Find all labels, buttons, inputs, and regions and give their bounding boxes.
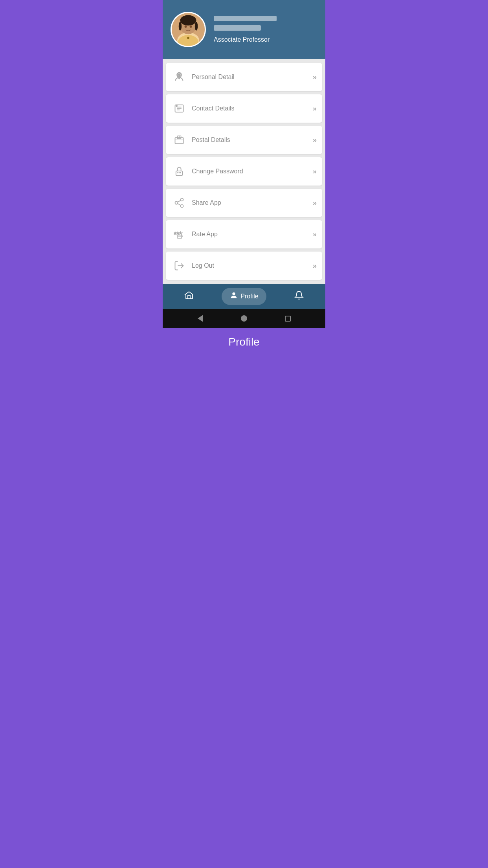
- outer-wrapper: Associate Professor Personal Detail: [163, 0, 325, 358]
- user-name-line1: [214, 16, 277, 21]
- nav-home[interactable]: [176, 287, 202, 305]
- change-password-chevron: »: [313, 167, 316, 176]
- contact-icon: [172, 101, 186, 116]
- avatar: [171, 12, 206, 47]
- nav-notification[interactable]: [286, 287, 312, 305]
- share-app-chevron: »: [313, 199, 316, 207]
- menu-item-personal-detail[interactable]: Personal Detail »: [166, 63, 322, 91]
- svg-point-29: [181, 205, 183, 208]
- postal-details-chevron: »: [313, 136, 316, 144]
- home-button[interactable]: [240, 315, 248, 322]
- svg-text:★: ★: [179, 232, 182, 235]
- menu-item-change-password[interactable]: Change Password »: [166, 157, 322, 186]
- rate-icon: ★ ★ ★: [172, 227, 186, 241]
- svg-text:★: ★: [176, 232, 179, 235]
- postal-icon: [172, 133, 186, 147]
- profile-nav-icon: [229, 291, 238, 302]
- user-name-line2: [214, 25, 261, 31]
- person-detail-icon: [172, 70, 186, 84]
- log-out-chevron: »: [313, 262, 316, 270]
- recents-button[interactable]: [284, 315, 291, 322]
- share-app-label: Share App: [192, 199, 313, 206]
- svg-point-18: [176, 106, 177, 106]
- android-nav-bar: [163, 309, 325, 328]
- profile-info: Associate Professor: [214, 16, 277, 43]
- svg-point-4: [180, 15, 196, 26]
- home-icon: [184, 291, 194, 302]
- log-out-label: Log Out: [192, 262, 313, 269]
- svg-point-37: [233, 292, 235, 295]
- logout-icon: [172, 259, 186, 273]
- profile-nav-label: Profile: [240, 293, 258, 300]
- rate-app-chevron: »: [313, 230, 316, 239]
- svg-point-8: [190, 25, 192, 28]
- personal-detail-chevron: »: [313, 73, 316, 81]
- svg-point-7: [185, 25, 187, 28]
- svg-line-30: [178, 204, 181, 206]
- page-title-label: Profile: [163, 328, 325, 358]
- svg-point-9: [187, 37, 189, 39]
- svg-point-6: [195, 22, 198, 30]
- svg-text:★: ★: [174, 232, 176, 235]
- profile-header: Associate Professor: [163, 0, 325, 59]
- phone-frame: Associate Professor Personal Detail: [163, 0, 325, 328]
- user-title: Associate Professor: [214, 36, 277, 43]
- personal-detail-label: Personal Detail: [192, 74, 313, 81]
- contact-details-label: Contact Details: [192, 105, 313, 112]
- content-area: Personal Detail » Contact Details »: [163, 59, 325, 284]
- bottom-navigation: Profile: [163, 284, 325, 309]
- avatar-image: [172, 12, 205, 47]
- menu-item-rate-app[interactable]: ★ ★ ★ Rate App »: [166, 220, 322, 248]
- menu-item-share-app[interactable]: Share App »: [166, 189, 322, 217]
- menu-item-contact-details[interactable]: Contact Details »: [166, 94, 322, 123]
- rate-app-label: Rate App: [192, 231, 313, 238]
- svg-line-31: [178, 200, 181, 202]
- back-button[interactable]: [197, 315, 204, 322]
- svg-point-5: [179, 22, 182, 30]
- postal-details-label: Postal Details: [192, 136, 313, 143]
- share-icon: [172, 196, 186, 210]
- bell-icon: [294, 291, 304, 302]
- password-icon: [172, 164, 186, 178]
- nav-profile[interactable]: Profile: [222, 288, 266, 305]
- contact-details-chevron: »: [313, 105, 316, 113]
- svg-point-28: [175, 202, 178, 204]
- menu-item-log-out[interactable]: Log Out »: [166, 252, 322, 280]
- change-password-label: Change Password: [192, 168, 313, 175]
- menu-item-postal-details[interactable]: Postal Details »: [166, 126, 322, 154]
- svg-point-27: [181, 198, 183, 201]
